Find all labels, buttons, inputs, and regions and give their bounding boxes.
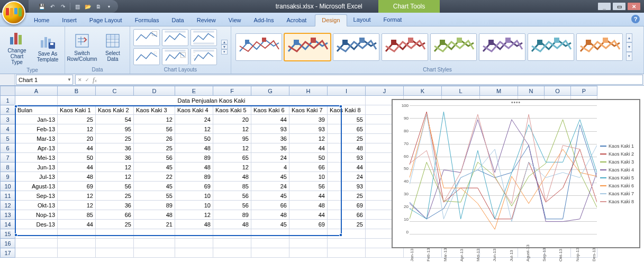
data-cell: 44 [328,162,366,172]
row-header-3[interactable]: 3 [1,115,15,124]
fx-cancel-icon[interactable]: ✕ [78,77,82,83]
tab-format[interactable]: Format [377,14,409,26]
col-header-P[interactable]: P [571,86,597,96]
worksheet-grid[interactable]: ABCDEFGHIJKLMNOP1Data Penjualan Kaos Kak… [0,86,644,271]
col-header-F[interactable]: F [213,86,251,96]
data-cell: 56 [134,153,175,162]
row-header-6[interactable]: 6 [1,143,15,153]
table-header-cell: Kaos Kaki 3 [134,105,175,115]
tab-view[interactable]: View [222,15,248,26]
group-label-chart-layouts: Chart Layouts [133,66,228,74]
chart-style-1[interactable] [235,33,282,61]
data-cell: Apr-13 [15,143,58,153]
data-cell: 10 [289,172,328,182]
row-header-12[interactable]: 12 [1,201,15,210]
row-header-13[interactable]: 13 [1,210,15,220]
chart-style-4[interactable] [382,33,428,61]
chart-layout-gallery[interactable]: ⬚ [133,29,217,65]
chart-style-5[interactable] [430,33,477,61]
row-header-5[interactable]: 5 [1,134,15,143]
formula-input[interactable] [99,77,642,83]
tab-page-layout[interactable]: Page Layout [83,15,129,26]
col-header-N[interactable]: N [518,86,545,96]
col-header-M[interactable]: M [480,86,518,96]
name-box[interactable]: Chart 1▼ [16,75,73,85]
data-cell: 45 [251,191,289,201]
minimize-button[interactable]: _ [597,2,611,11]
chart-style-8[interactable] [576,33,623,61]
select-all-corner[interactable] [1,86,15,96]
data-cell: 48 [58,172,96,182]
tab-review[interactable]: Review [191,15,222,26]
close-button[interactable]: ✕ [627,2,641,11]
undo-icon[interactable]: ↶ [49,3,56,10]
style-gallery-scroll[interactable]: ▲▼▾ [626,33,632,61]
select-data-button[interactable]: Select Data [99,31,126,63]
col-header-J[interactable]: J [366,86,404,96]
redo-icon[interactable]: ↷ [59,3,67,10]
embedded-chart[interactable]: •••• 1009080706050403020100 Jan-13Feb-13… [392,99,640,248]
row-header-2[interactable]: 2 [1,105,15,115]
data-cell: 89 [175,153,213,162]
ribbon-body: Change Chart Type Save As Template Type … [0,26,644,74]
svg-rect-16 [165,50,185,52]
data-cell: 36 [96,143,134,153]
col-header-H[interactable]: H [289,86,328,96]
tab-home[interactable]: Home [28,15,56,26]
fx-enter-icon[interactable]: ✓ [85,77,89,83]
row-header-15[interactable]: 15 [1,229,15,239]
col-header-K[interactable]: K [404,86,442,96]
data-cell: 25 [328,134,366,143]
row-header-9[interactable]: 9 [1,172,15,182]
col-header-B[interactable]: B [58,86,96,96]
change-chart-type-button[interactable]: Change Chart Type [3,29,31,66]
help-icon[interactable]: ? [631,15,640,23]
tab-addins[interactable]: Add-Ins [247,15,280,26]
tab-formulas[interactable]: Formulas [129,15,166,26]
row-header-4[interactable]: 4 [1,124,15,134]
data-cell: 10 [175,201,213,210]
col-header-E[interactable]: E [175,86,213,96]
office-button[interactable] [2,1,25,24]
print-preview-icon[interactable]: 🗎 [95,3,102,10]
tab-data[interactable]: Data [165,15,190,26]
col-header-A[interactable]: A [15,86,58,96]
col-header-O[interactable]: O [545,86,571,96]
chart-style-3[interactable] [333,33,379,61]
row-header-1[interactable]: 1 [1,96,15,105]
save-as-template-button[interactable]: Save As Template [34,32,61,64]
open-folder-icon[interactable]: 📂 [84,3,92,10]
data-cell: 89 [213,210,251,220]
maximize-button[interactable]: ▭ [612,2,626,11]
chart-style-7[interactable] [528,33,574,61]
data-cell: 12 [213,124,251,134]
fx-icon[interactable]: fx [93,76,97,84]
data-cell: 45 [134,182,175,191]
col-header-I[interactable]: I [328,86,366,96]
table-header-cell: Kaos Kaki 1 [58,105,96,115]
chart-style-gallery[interactable]: ▲▼▾ [234,31,633,63]
col-header-D[interactable]: D [134,86,175,96]
new-icon[interactable]: ▥ [74,3,81,10]
row-header-10[interactable]: 10 [1,182,15,191]
row-header-17[interactable]: 17 [1,248,15,258]
qat-more-icon[interactable]: ▼ [105,3,113,10]
col-header-L[interactable]: L [442,86,480,96]
tab-insert[interactable]: Insert [56,15,83,26]
row-header-8[interactable]: 8 [1,162,15,172]
layout-gallery-scroll[interactable]: ▲▼▾ [221,40,228,55]
chart-style-2[interactable] [284,33,331,61]
tab-design[interactable]: Design [315,14,347,26]
row-header-14[interactable]: 14 [1,220,15,229]
save-icon[interactable]: 💾 [38,3,46,10]
tab-acrobat[interactable]: Acrobat [280,15,313,26]
row-header-7[interactable]: 7 [1,153,15,162]
col-header-C[interactable]: C [96,86,134,96]
row-header-11[interactable]: 11 [1,191,15,201]
row-header-16[interactable]: 16 [1,239,15,248]
col-header-G[interactable]: G [251,86,289,96]
tab-layout[interactable]: Layout [347,14,377,26]
data-cell: Sep-13 [15,191,58,201]
switch-row-column-button[interactable]: Switch Row/Column [68,31,96,63]
chart-style-6[interactable] [479,33,525,61]
